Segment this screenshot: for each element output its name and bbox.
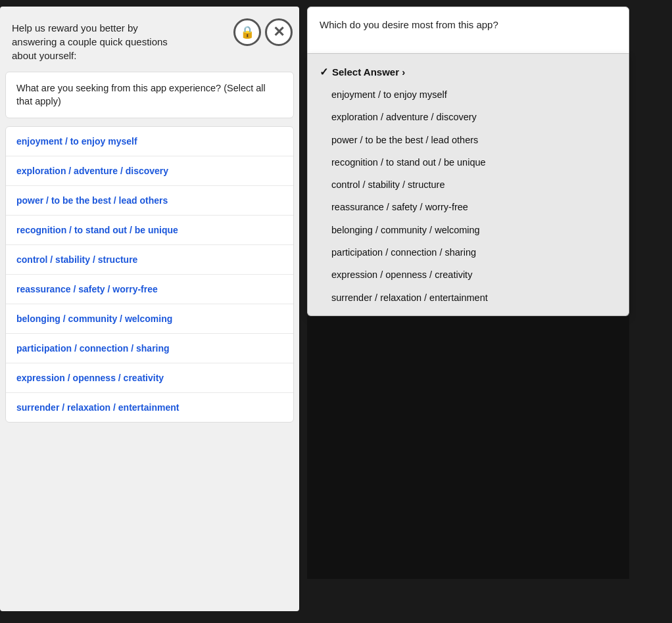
dropdown-item[interactable]: recognition / to stand out / be unique [308,151,629,173]
left-panel: 🔒 ✕ Help us reward you better by answeri… [0,7,299,611]
list-item[interactable]: belonging / community / welcoming [6,304,293,334]
lock-button[interactable]: 🔒 [233,18,261,46]
dropdown-item[interactable]: surrender / relaxation / entertainment [308,287,629,309]
list-item[interactable]: exploration / adventure / discovery [6,156,293,186]
list-item[interactable]: recognition / to stand out / be unique [6,216,293,245]
dropdown-item[interactable]: reassurance / safety / worry-free [308,196,629,218]
dropdown-item[interactable]: expression / openness / creativity [308,264,629,286]
question-card: What are you seeking from this app exper… [5,72,294,118]
close-icon: ✕ [273,24,285,41]
dropdown-item[interactable]: exploration / adventure / discovery [308,106,629,128]
dropdown-panel: ✓ Select Answer › enjoyment / to enjoy m… [307,54,629,316]
close-button[interactable]: ✕ [265,18,293,46]
dropdown-item[interactable]: power / to be the best / lead others [308,129,629,151]
list-item[interactable]: enjoyment / to enjoy myself [6,127,293,156]
dropdown-item[interactable]: control / stability / structure [308,173,629,196]
right-panel: Which do you desire most from this app? … [307,7,629,579]
list-item[interactable]: power / to be the best / lead others [6,186,293,216]
header-text: Help us reward you better by answering a… [0,7,197,72]
icon-buttons: 🔒 ✕ [233,18,293,46]
checkmark-icon: ✓ [320,66,328,78]
right-question-box: Which do you desire most from this app? [307,7,629,54]
list-item[interactable]: control / stability / structure [6,245,293,275]
list-item[interactable]: surrender / relaxation / entertainment [6,393,293,422]
dropdown-select-row[interactable]: ✓ Select Answer › [308,60,629,83]
select-answer-label: Select Answer › [332,66,405,78]
list-item[interactable]: participation / connection / sharing [6,334,293,363]
dropdown-item[interactable]: belonging / community / welcoming [308,219,629,241]
lock-icon: 🔒 [240,25,254,39]
dropdown-item[interactable]: participation / connection / sharing [308,241,629,264]
black-area [307,316,629,579]
dropdown-item[interactable]: enjoyment / to enjoy myself [308,83,629,106]
list-item[interactable]: reassurance / safety / worry-free [6,275,293,304]
list-item[interactable]: expression / openness / creativity [6,363,293,393]
options-list: enjoyment / to enjoy myselfexploration /… [5,126,294,423]
